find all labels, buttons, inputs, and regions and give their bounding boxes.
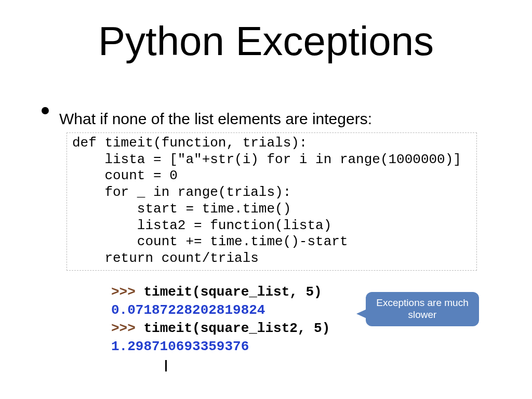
repl-prompt: >>>	[111, 284, 143, 300]
repl-output: >>> timeit(square_list, 5) 0.07187228202…	[111, 283, 330, 356]
page-title: Python Exceptions	[0, 18, 532, 65]
slide: Python Exceptions What if none of the li…	[0, 0, 532, 399]
repl-result: 1.298710693359376	[111, 339, 249, 354]
repl-prompt: >>>	[111, 321, 143, 336]
code-line: return count/trials	[72, 250, 259, 266]
callout-bubble: Exceptions are much slower	[366, 292, 479, 326]
code-line: lista = ["a"+str(i) for i in range(10000…	[72, 152, 461, 167]
repl-call: timeit(square_list, 5)	[143, 284, 322, 300]
code-line: start = time.time()	[72, 201, 291, 217]
code-line: count += time.time()-start	[72, 234, 348, 249]
text-cursor-icon	[165, 360, 167, 371]
code-line: for _ in range(trials):	[72, 184, 291, 200]
code-line: def timeit(function, trials):	[72, 135, 307, 151]
code-box: def timeit(function, trials): lista = ["…	[66, 132, 477, 271]
bullet-text: What if none of the list elements are in…	[59, 110, 372, 128]
repl-result: 0.07187228202819824	[111, 302, 265, 318]
repl-call: timeit(square_list2, 5)	[143, 321, 330, 336]
bullet-icon	[42, 107, 49, 114]
code-line: lista2 = function(lista)	[72, 218, 331, 233]
code-line: count = 0	[72, 168, 178, 183]
